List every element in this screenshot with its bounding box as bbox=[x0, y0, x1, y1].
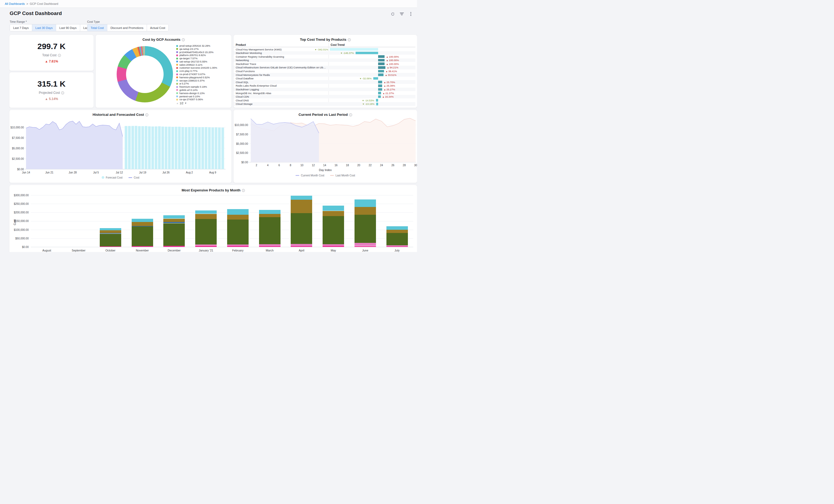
donut-legend-item[interactable]: customer-success-244100 1.00% bbox=[176, 66, 229, 69]
historical-chart: $10,000.00$7,500.00$5,000.00$2,500.00$0.… bbox=[9, 110, 232, 183]
info-icon[interactable]: i bbox=[61, 91, 64, 94]
donut-legend-item[interactable]: harness-design 0.13% bbox=[176, 92, 229, 95]
donut-legend-item[interactable]: secops-239815 0.37% bbox=[176, 79, 229, 82]
filter-icon bbox=[400, 12, 404, 16]
donut-legend-item[interactable]: sales-209522 3.11% bbox=[176, 64, 229, 66]
trend-value-text: 25.27% bbox=[387, 88, 395, 91]
x-axis-tick-label: May bbox=[319, 249, 348, 252]
trend-bar bbox=[378, 73, 383, 76]
cost-type-option-actual-cost[interactable]: Actual Cost bbox=[147, 24, 169, 31]
donut-legend-item[interactable]: ce-prod-274307 0.67% bbox=[176, 73, 229, 76]
product-name: Cloud Functions bbox=[236, 70, 327, 73]
donut-legend-item[interactable]: golink-url 0.14% bbox=[176, 89, 229, 92]
table-row: MongoDB Inc. MongoDB Atlas▲ 21.37% bbox=[234, 91, 415, 95]
info-icon[interactable]: i bbox=[58, 54, 61, 57]
trend-value: ▲ 38.41% bbox=[386, 70, 397, 73]
x-axis-tick-label: Jun 14 bbox=[18, 171, 34, 174]
cost-type-option-discount-and-promotions[interactable]: Discount and Promotions bbox=[107, 24, 147, 31]
stacked-bar-segment bbox=[291, 244, 312, 246]
filter-button[interactable] bbox=[399, 12, 404, 16]
info-icon[interactable]: i bbox=[348, 38, 351, 41]
y-axis-tick-label: $150,000.00 bbox=[10, 220, 29, 222]
donut-legend-item[interactable]: ce-qa-274307 0.06% bbox=[176, 98, 229, 101]
legend-item[interactable]: Cost bbox=[129, 176, 139, 179]
forecast-bar bbox=[131, 126, 134, 169]
legend-label: golink-url 0.14% bbox=[179, 89, 198, 92]
trend-bar bbox=[378, 95, 381, 98]
trend-bar bbox=[378, 55, 385, 58]
donut-legend-item[interactable]: qa-setup 23.17% bbox=[176, 48, 229, 51]
delta-up-icon: ▲ bbox=[45, 60, 48, 63]
x-axis-tick-label: 24 bbox=[378, 164, 385, 167]
refresh-button[interactable] bbox=[390, 12, 395, 16]
cost-type-label: Cost Type bbox=[87, 20, 100, 23]
stacked-bar-segment bbox=[387, 233, 408, 245]
legend-item[interactable]: Current Month Cost bbox=[295, 174, 324, 177]
table-row: Stackdriver Monitoring▼ -146.37% bbox=[234, 51, 415, 55]
donut-legend-item[interactable]: uat-setup-261723 5.55% bbox=[176, 60, 229, 63]
more-options-button[interactable] bbox=[409, 12, 413, 16]
page-title: GCP Cost Dashboard bbox=[10, 10, 62, 16]
donut-legend-item[interactable]: freemium-sample 0.19% bbox=[176, 86, 229, 88]
trend-bar bbox=[376, 103, 378, 105]
donut-legend-item[interactable]: prod-setup-205416 32.29% bbox=[176, 44, 229, 47]
donut-legend-item[interactable]: pentest-uat 0.10% bbox=[176, 95, 229, 98]
historical-svg bbox=[9, 118, 232, 175]
trend-value: ▲ 25.70% bbox=[384, 81, 395, 84]
legend-dot-icon bbox=[176, 83, 178, 85]
stacked-bar-segment bbox=[259, 244, 281, 246]
trend-value-text: 38.41% bbox=[388, 70, 397, 73]
trend-bar bbox=[378, 84, 382, 87]
forecast-bar bbox=[188, 127, 191, 169]
donut-legend-item[interactable]: pr10406a87045145c3 15.20% bbox=[176, 51, 229, 54]
monthly-products-panel: Most Expensive Products by Monthi Cost $… bbox=[9, 185, 417, 252]
breadcrumb-link-all-dashboards[interactable]: All Dashboards bbox=[5, 2, 25, 5]
table-row: Cloud Functions▲ 38.41% bbox=[234, 69, 415, 73]
trend-value-text: -14.53% bbox=[365, 99, 374, 102]
trend-value: ▲ 100.00% bbox=[386, 59, 399, 62]
time-range-option-last-30-days[interactable]: Last 30 Days bbox=[32, 24, 56, 31]
page-up-icon[interactable]: ▲ bbox=[176, 102, 179, 105]
triangle-down-icon: ▼ bbox=[362, 100, 365, 102]
trend-value: ▼ -32.06% bbox=[359, 77, 372, 80]
page-down-icon[interactable]: ▼ bbox=[184, 102, 187, 105]
legend-dot-icon bbox=[176, 51, 178, 53]
donut-legend-item[interactable]: platform-205701 8.82% bbox=[176, 54, 229, 57]
donut-legend-item[interactable]: ccm-play 0.77% bbox=[176, 70, 229, 73]
stacked-bar-segment bbox=[163, 223, 185, 246]
kpi-label-text: Projected Cost bbox=[39, 91, 60, 95]
forecast-bar bbox=[138, 126, 141, 170]
trend-value: ▲ 100.00% bbox=[386, 63, 399, 65]
stacked-bar-segment bbox=[163, 215, 185, 219]
legend-item[interactable]: Forecast Cost bbox=[102, 176, 123, 179]
product-name: Stackdriver Trace bbox=[236, 63, 327, 65]
x-axis-tick-label: 26 bbox=[390, 164, 396, 167]
y-axis-tick-label: $50,000.00 bbox=[10, 237, 29, 240]
stacked-bar-segment bbox=[387, 246, 408, 247]
trend-value-text: 25.70% bbox=[387, 81, 395, 84]
cost-type-option-total-cost[interactable]: Total Cost bbox=[87, 24, 107, 31]
legend-dot-icon bbox=[176, 48, 178, 50]
x-axis-tick-label: January '21 bbox=[191, 249, 221, 252]
stacked-bar-segment bbox=[100, 233, 121, 234]
y-axis-tick-label: $5,000.00 bbox=[9, 147, 24, 150]
legend-label: sales-209522 3.11% bbox=[179, 64, 202, 66]
time-range-option-last-90-days[interactable]: Last 90 Days bbox=[56, 24, 80, 31]
trend-bar bbox=[330, 48, 378, 51]
donut-legend-item[interactable]: ø 0.27% bbox=[176, 82, 229, 85]
total-cost-kpi-card: 299.7 K Total Costi ▲ 7.61% bbox=[9, 35, 94, 71]
legend-label: qa-setup 23.17% bbox=[179, 48, 199, 51]
top-cost-trend-panel: Top Cost Trend by Productsi Product Cost… bbox=[234, 35, 417, 108]
time-range-option-last-7-days[interactable]: Last 7 Days bbox=[10, 24, 32, 31]
x-axis-tick-label: Jul 19 bbox=[135, 171, 151, 174]
donut-legend-item[interactable]: qa-target 7.57% bbox=[176, 57, 229, 60]
info-icon[interactable]: i bbox=[182, 38, 185, 41]
table-row: Redis Labs Redis Enterprise Cloud▲ 25.38… bbox=[234, 84, 415, 88]
panel-title: Cost by GCP Accountsi bbox=[96, 38, 232, 42]
legend-dot-icon bbox=[176, 89, 178, 91]
forecast-bar bbox=[208, 127, 211, 169]
donut-legend-item[interactable]: harness-playground 0.52% bbox=[176, 76, 229, 79]
legend-label: platform-205701 8.82% bbox=[179, 54, 206, 57]
trend-value: ▲ 16.34% bbox=[382, 95, 394, 98]
legend-item[interactable]: Last Month Cost bbox=[330, 174, 355, 177]
